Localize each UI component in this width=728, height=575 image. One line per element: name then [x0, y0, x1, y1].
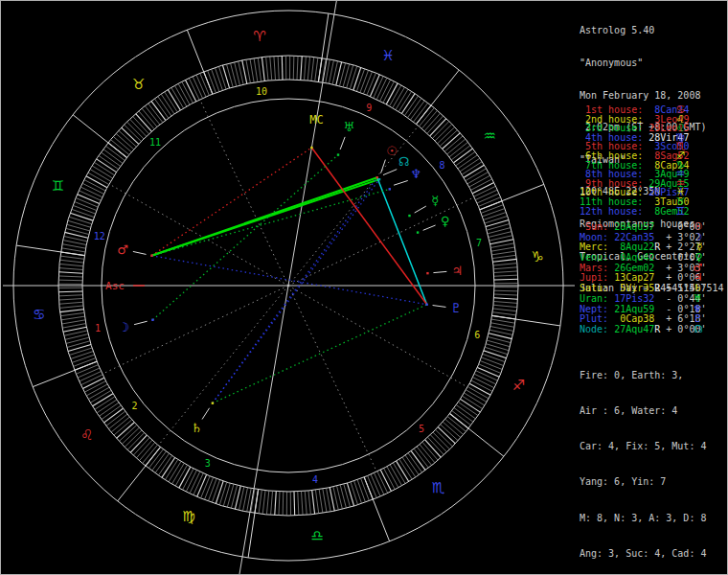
- degree-tick: [78, 368, 100, 378]
- planet-pointer-neptune: [394, 180, 408, 185]
- planet-glyph-neptune: ♆: [410, 167, 421, 181]
- planet-glyph-node: ☊: [398, 154, 410, 169]
- degree-tick: [59, 306, 83, 308]
- degree-tick: [311, 57, 314, 80]
- house-row-12: 12th house: 8Gem52♊: [580, 207, 689, 217]
- degree-tick: [494, 279, 518, 280]
- degree-tick: [483, 354, 506, 361]
- house-number-4: 4: [312, 474, 318, 485]
- degree-tick: [327, 488, 331, 512]
- degree-tick: [226, 64, 233, 87]
- degree-tick: [376, 78, 387, 100]
- degree-tick: [491, 319, 515, 323]
- degree-tick: [279, 492, 280, 516]
- planet-position-value: 27Aqu47: [608, 324, 654, 334]
- degree-tick: [350, 66, 356, 89]
- stats-modes: Car: 4, Fix: 5, Mut: 4: [580, 441, 706, 452]
- planet-position-table: Sun: 28Aqu57 - 0°00'☉Moon: 22Can35 + 3°0…: [580, 222, 706, 335]
- planet-pointer-uranus: [340, 137, 345, 150]
- degree-tick: [218, 66, 226, 89]
- planet-pointer-saturn: [202, 408, 210, 420]
- degree-tick: [347, 483, 353, 506]
- degree-tick: [190, 472, 200, 494]
- house-cusp-line-12: [109, 184, 288, 286]
- degree-tick: [275, 492, 276, 516]
- planet-pointer-venus: [423, 225, 436, 230]
- degree-tick: [481, 205, 503, 214]
- degree-tick: [297, 56, 298, 80]
- degree-tick: [307, 57, 309, 80]
- planet-position-value: 5Vir35: [608, 283, 654, 293]
- degree-tick: [368, 475, 377, 497]
- degree-tick: [493, 264, 517, 265]
- house-number-11: 11: [149, 137, 161, 148]
- degree-tick: [493, 259, 517, 262]
- degree-tick: [58, 276, 82, 277]
- degree-tick: [215, 68, 222, 91]
- degree-tick: [193, 473, 203, 495]
- degree-tick: [322, 58, 326, 82]
- planet-dot-mars: [150, 255, 152, 257]
- planet-dot-neptune: [389, 188, 391, 190]
- degree-tick: [304, 57, 306, 80]
- degree-tick: [475, 190, 497, 199]
- planet-dot-uranus: [337, 153, 339, 155]
- degree-tick: [75, 201, 97, 210]
- degree-tick: [259, 490, 262, 514]
- degree-tick: [484, 351, 507, 358]
- degree-tick: [80, 187, 102, 197]
- degree-tick: [494, 275, 518, 276]
- planet-label: Sun:: [580, 221, 608, 232]
- info-sidebar: Astrolog 5.40 "Anonymous" Mon February 1…: [578, 1, 728, 575]
- degree-tick: [61, 248, 85, 252]
- degree-tick: [78, 195, 100, 204]
- degree-tick: [197, 474, 207, 496]
- degree-tick: [223, 483, 230, 506]
- degree-tick: [354, 481, 362, 504]
- degree-tick: [493, 301, 517, 303]
- planet-label: Moon:: [580, 232, 608, 242]
- planet-dot-pluto: [425, 304, 427, 306]
- house-number-8: 8: [439, 160, 444, 171]
- degree-tick: [69, 217, 92, 223]
- aspect-opposition-saturn-node: [213, 179, 379, 403]
- degree-tick: [361, 478, 370, 500]
- degree-tick: [301, 492, 303, 516]
- degree-tick: [312, 491, 315, 515]
- degree-tick: [80, 372, 102, 381]
- planet-dot-saturn: [212, 402, 214, 403]
- planet-position-value: 28Aqu57: [608, 221, 654, 232]
- chart-name: "Anonymous": [580, 58, 724, 68]
- planet-label: Jupi:: [580, 272, 608, 283]
- degree-tick: [63, 241, 87, 245]
- planet-dot-sun: [376, 176, 378, 178]
- planet-position-value: 0Cap38: [608, 313, 654, 324]
- degree-tick: [61, 316, 85, 320]
- planet-position-value: 21Aqu59: [608, 304, 654, 314]
- degree-tick: [485, 347, 508, 354]
- degree-tick: [72, 209, 95, 217]
- degree-tick: [351, 482, 358, 505]
- sign-glyph-aries: ♈: [253, 28, 265, 45]
- degree-tick: [477, 367, 499, 377]
- aspect-trine-saturn-pluto: [213, 305, 427, 403]
- element-stats: Fire: 0, Earth: 3, Air : 6, Water: 4 Car…: [580, 346, 706, 575]
- degree-tick: [211, 69, 218, 92]
- house-number-1: 1: [95, 323, 101, 334]
- degree-tick: [294, 492, 295, 516]
- stats-ang-suc-cad: Ang: 3, Suc: 4, Cad: 4: [580, 548, 706, 560]
- degree-tick: [82, 183, 103, 194]
- planet-dot-jupiter: [426, 272, 428, 274]
- sign-glyph-sagittarius: ♐: [512, 377, 525, 394]
- planet-label: Nept:: [580, 304, 608, 314]
- degree-tick: [243, 488, 248, 512]
- aspect-trine-mars-node: [151, 179, 379, 256]
- sign-glyph-taurus: ♉: [132, 76, 145, 93]
- degree-tick: [76, 198, 98, 208]
- sign-glyph-virgo: ♍: [182, 508, 194, 525]
- sign-glyph-capricorn: ♑: [532, 248, 544, 265]
- degree-tick: [68, 344, 91, 351]
- degree-tick: [59, 302, 83, 304]
- degree-tick: [63, 327, 86, 332]
- degree-tick: [308, 491, 310, 515]
